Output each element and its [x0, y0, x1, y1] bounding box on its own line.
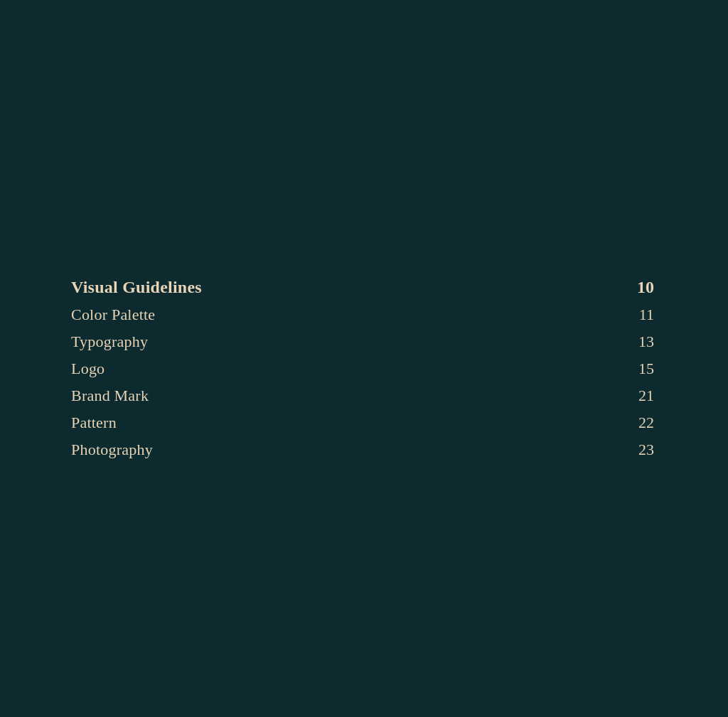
toc-label-typography: Typography [71, 333, 148, 351]
toc-label-pattern: Pattern [71, 414, 117, 432]
toc-number-photography: 23 [633, 441, 654, 459]
toc-label-color-palette: Color Palette [71, 306, 155, 324]
toc-label-photography: Photography [71, 441, 153, 459]
toc-number-visual-guidelines: 10 [633, 278, 654, 297]
toc-row-color-palette: Color Palette 11 [71, 301, 654, 328]
toc-label-visual-guidelines: Visual Guidelines [71, 278, 202, 297]
toc-row-pattern: Pattern 22 [71, 409, 654, 436]
toc-row-logo: Logo 15 [71, 355, 654, 382]
table-of-contents: Visual Guidelines 10 Color Palette 11 Ty… [71, 274, 654, 463]
toc-row-typography: Typography 13 [71, 328, 654, 355]
toc-row-photography: Photography 23 [71, 436, 654, 463]
toc-row-visual-guidelines: Visual Guidelines 10 [71, 274, 654, 301]
toc-number-pattern: 22 [633, 414, 654, 432]
toc-row-brand-mark: Brand Mark 21 [71, 382, 654, 409]
page-container: Visual Guidelines 10 Color Palette 11 Ty… [0, 0, 728, 717]
toc-number-brand-mark: 21 [633, 387, 654, 405]
toc-number-color-palette: 11 [633, 306, 654, 324]
toc-number-typography: 13 [633, 333, 654, 351]
toc-number-logo: 15 [633, 360, 654, 378]
toc-label-logo: Logo [71, 360, 105, 378]
toc-label-brand-mark: Brand Mark [71, 387, 149, 405]
